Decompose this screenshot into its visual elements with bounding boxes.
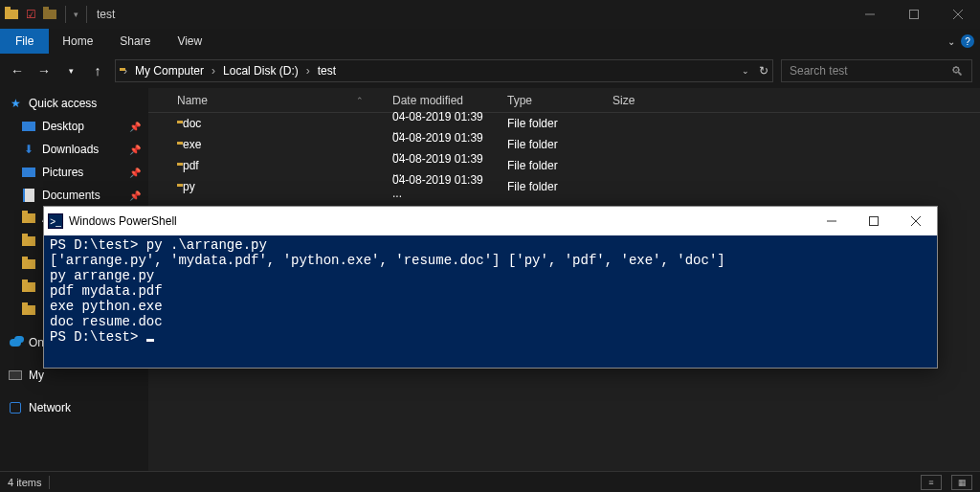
tree-pictures[interactable]: Pictures 📌 [0,161,148,184]
breadcrumb[interactable]: test [314,64,340,78]
column-headers: Name ⌃ Date modified Type Size [148,88,980,113]
folder-icon [21,257,36,272]
status-text: 4 items [8,477,41,488]
search-placeholder: Search test [790,64,848,78]
tree-label: My [29,369,44,382]
address-dropdown-icon[interactable]: ⌄ [742,66,749,76]
qat-new-folder-icon[interactable] [42,7,57,22]
address-bar[interactable]: › My Computer › Local Disk (D:) › test ⌄… [115,59,773,82]
file-name: doc [183,117,201,130]
tree-label: Desktop [42,120,84,133]
pin-icon: 📌 [129,168,141,178]
status-bar: 4 items ≡ ▦ [0,471,980,492]
tab-home[interactable]: Home [49,29,106,54]
chevron-right-icon[interactable]: › [122,64,129,78]
window-title: Windows PowerShell [69,214,177,228]
pin-icon: 📌 [129,122,141,132]
folder-icon [21,302,36,318]
qat-dropdown-icon[interactable]: ▾ [74,10,78,19]
svg-rect-1 [910,11,919,19]
file-row[interactable]: doc04-08-2019 01:39 ...File folder [148,113,980,134]
tree-downloads[interactable]: ⬇ Downloads 📌 [0,138,148,161]
view-icons-button[interactable]: ▦ [951,475,972,490]
chevron-right-icon[interactable]: › [210,64,217,78]
file-row[interactable]: exe04-08-2019 01:39 ...File folder [148,134,980,155]
tree-label: On [29,336,44,349]
col-size[interactable]: Size [603,94,679,107]
search-input[interactable]: Search test 🔍︎ [781,59,972,82]
maximize-button[interactable] [892,0,936,29]
nav-row: ← → ▾ ↑ › My Computer › Local Disk (D:) … [0,54,980,88]
powershell-icon: >_ [48,213,63,229]
window-title: test [97,8,115,21]
help-icon[interactable]: ? [961,34,974,48]
file-type: File folder [498,180,603,193]
powershell-window: >_ Windows PowerShell PS D:\test> py .\a… [43,206,938,369]
pin-icon: 📌 [129,190,141,201]
file-row[interactable]: pdf04-08-2019 01:39 ...File folder [148,155,980,176]
pin-icon: 📌 [129,145,141,155]
breadcrumb[interactable]: My Computer [131,64,208,78]
onedrive-icon [8,335,23,350]
back-button[interactable]: ← [8,63,27,78]
up-button[interactable]: ↑ [88,63,107,78]
file-name: py [183,180,195,193]
tree-documents[interactable]: Documents 📌 [0,184,148,207]
ribbon-tabs: File Home Share View ⌄ ? [0,29,980,54]
download-icon: ⬇ [21,142,36,157]
titlebar[interactable]: >_ Windows PowerShell [44,207,937,235]
file-type: File folder [498,138,603,151]
file-name: exe [183,138,201,151]
tree-quick-access[interactable]: ★ Quick access [0,92,148,115]
terminal-output[interactable]: PS D:\test> py .\arrange.py ['arrange.py… [44,235,937,368]
tree-label: Pictures [42,166,83,179]
file-type: File folder [498,117,603,130]
col-label: Name [177,94,208,107]
tab-share[interactable]: Share [106,29,164,54]
folder-icon [21,211,36,226]
col-type[interactable]: Type [498,94,603,107]
star-icon: ★ [8,96,23,111]
pictures-icon [21,165,36,180]
titlebar: ☑ ▾ test [0,0,980,29]
sort-asc-icon: ⌃ [356,96,364,105]
network-icon [8,400,23,415]
tree-label: Downloads [42,143,99,156]
tree-label: Quick access [29,97,97,110]
forward-button[interactable]: → [34,63,54,78]
folder-icon [4,7,19,22]
cursor [146,339,154,342]
tab-file[interactable]: File [0,29,49,54]
documents-icon [21,188,36,203]
refresh-icon[interactable]: ↻ [759,64,768,78]
tab-view[interactable]: View [164,29,215,54]
view-details-button[interactable]: ≡ [921,475,942,490]
col-date[interactable]: Date modified [383,94,498,107]
close-button[interactable] [895,207,937,235]
search-icon: 🔍︎ [951,64,964,78]
tree-label: Documents [42,189,100,202]
pc-icon [8,368,23,383]
file-date: 04-08-2019 01:39 ... [383,173,498,200]
tree-network[interactable]: Network [0,396,148,419]
tree-desktop[interactable]: Desktop 📌 [0,115,148,138]
recent-dropdown-icon[interactable]: ▾ [61,66,80,76]
minimize-button[interactable] [848,0,892,29]
maximize-button[interactable] [853,207,895,235]
svg-rect-5 [870,217,879,226]
tree-label: Network [29,401,71,414]
desktop-icon [21,119,36,134]
file-name: pdf [183,159,199,172]
minimize-button[interactable] [811,207,853,235]
breadcrumb[interactable]: Local Disk (D:) [219,64,302,78]
chevron-right-icon[interactable]: › [304,64,312,78]
file-row[interactable]: py04-08-2019 01:39 ...File folder [148,176,980,197]
folder-icon [21,280,36,295]
folder-icon [21,234,36,249]
ribbon-collapse-icon[interactable]: ⌄ [947,36,955,47]
file-type: File folder [498,159,603,172]
properties-icon[interactable]: ☑ [23,7,38,22]
col-name[interactable]: Name ⌃ [148,94,383,107]
close-button[interactable] [936,0,980,29]
